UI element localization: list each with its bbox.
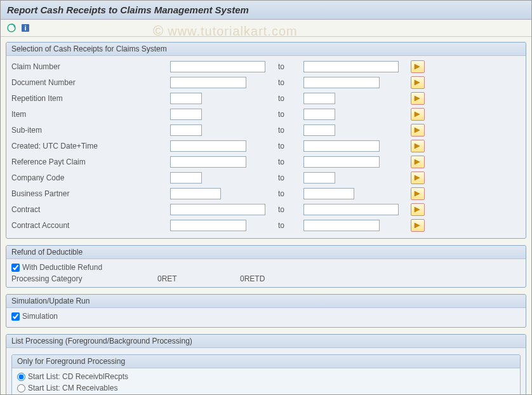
svg-text:i: i [24,24,26,32]
input-from[interactable] [170,77,246,88]
input-to[interactable] [303,109,335,120]
radio-row: Start List: CD ReceivblRecpts [17,372,515,381]
checkbox-deductible-refund[interactable] [11,264,20,272]
group-list-processing: List Processing (Foreground/Background P… [6,334,526,395]
label-processing-category: Processing Category [11,274,157,283]
checkbox-simulation[interactable] [11,312,20,321]
selection-row: Document Numberto [11,76,521,90]
svg-marker-9 [415,144,420,149]
subgroup-title-foreground: Only for Foreground Processing [12,355,520,368]
field-label: Repetition Item [11,94,170,103]
radio-row: Start List: CM Receivables [17,384,515,392]
input-to[interactable] [303,124,335,136]
input-from[interactable] [170,156,246,168]
input-to[interactable] [303,188,354,199]
input-from[interactable] [170,124,202,136]
multiple-selection-button[interactable] [411,203,425,216]
page-title: Report Cash Receipts to Claims Managemen… [1,1,531,20]
field-label: Created: UTC Date+Time [11,142,170,151]
label-deductible-refund: With Deductible Refund [22,263,102,272]
value-processing-category-1: 0RET [157,274,202,283]
input-to[interactable] [303,77,380,88]
svg-marker-5 [415,80,420,85]
group-title-selection: Selection of Cash Receipts for Claims Sy… [6,43,526,56]
to-label: to [278,94,303,103]
to-label: to [278,157,303,166]
svg-marker-8 [415,128,420,133]
label-simulation: Simulation [22,312,58,321]
field-label: Reference Payt Claim [11,157,170,166]
selection-row: Itemto [11,107,521,121]
field-label: Company Code [11,173,170,182]
input-to[interactable] [303,204,399,215]
multiple-selection-button[interactable] [411,156,425,168]
multiple-selection-button[interactable] [411,60,425,73]
svg-marker-4 [415,64,420,69]
multiple-selection-button[interactable] [411,76,425,89]
info-icon[interactable]: i [20,22,31,34]
svg-marker-10 [415,159,420,164]
multiple-selection-button[interactable] [411,124,425,137]
selection-row: Business Partnerto [11,187,521,201]
to-label: to [278,62,303,71]
svg-marker-7 [415,112,420,117]
to-label: to [278,205,303,214]
selection-row: Created: UTC Date+Timeto [11,139,521,153]
radio-start-list[interactable] [17,373,25,381]
value-processing-category-2: 0RETD [240,274,265,283]
input-from[interactable] [170,188,221,199]
group-title-refund: Refund of Deductible [6,246,526,259]
selection-row: Company Codeto [11,171,521,185]
to-label: to [278,142,303,151]
execute-icon[interactable] [6,22,17,34]
field-label: Contract Account [11,221,170,230]
svg-marker-13 [415,207,420,212]
selection-row: Contract Accountto [11,218,521,232]
to-label: to [278,110,303,119]
input-from[interactable] [170,204,265,215]
field-label: Item [11,110,170,119]
svg-marker-14 [415,223,420,228]
input-to[interactable] [303,93,335,104]
multiple-selection-button[interactable] [411,140,425,152]
field-label: Contract [11,205,170,214]
field-label: Sub-item [11,126,170,135]
selection-row: Claim Numberto [11,60,521,74]
svg-marker-11 [415,175,420,180]
multiple-selection-button[interactable] [411,219,425,232]
radio-label: Start List: CM Receivables [28,384,117,392]
group-title-list-processing: List Processing (Foreground/Background P… [6,335,526,348]
input-from[interactable] [170,61,265,72]
selection-row: Reference Payt Claimto [11,155,521,169]
group-title-simulation: Simulation/Update Run [6,295,526,308]
multiple-selection-button[interactable] [411,92,425,105]
radio-start-list[interactable] [17,384,25,392]
input-from[interactable] [170,109,202,120]
input-from[interactable] [170,172,202,184]
input-to[interactable] [303,61,399,72]
input-from[interactable] [170,220,246,231]
input-to[interactable] [303,156,380,168]
input-to[interactable] [303,220,380,231]
multiple-selection-button[interactable] [411,108,425,121]
input-to[interactable] [303,172,335,184]
svg-marker-12 [415,191,420,196]
input-from[interactable] [170,93,202,104]
to-label: to [278,189,303,198]
selection-row: Contractto [11,203,521,217]
group-selection: Selection of Cash Receipts for Claims Sy… [6,42,526,239]
group-simulation: Simulation/Update Run Simulation [6,294,526,328]
multiple-selection-button[interactable] [411,187,425,200]
radio-label: Start List: CD ReceivblRecpts [28,372,128,381]
to-label: to [278,126,303,135]
input-from[interactable] [170,140,246,152]
field-label: Document Number [11,78,170,87]
selection-row: Repetition Itemto [11,91,521,105]
toolbar: i [1,20,531,37]
svg-marker-6 [415,96,420,101]
to-label: to [278,78,303,87]
to-label: to [278,173,303,182]
multiple-selection-button[interactable] [411,171,425,184]
to-label: to [278,221,303,230]
input-to[interactable] [303,140,380,152]
